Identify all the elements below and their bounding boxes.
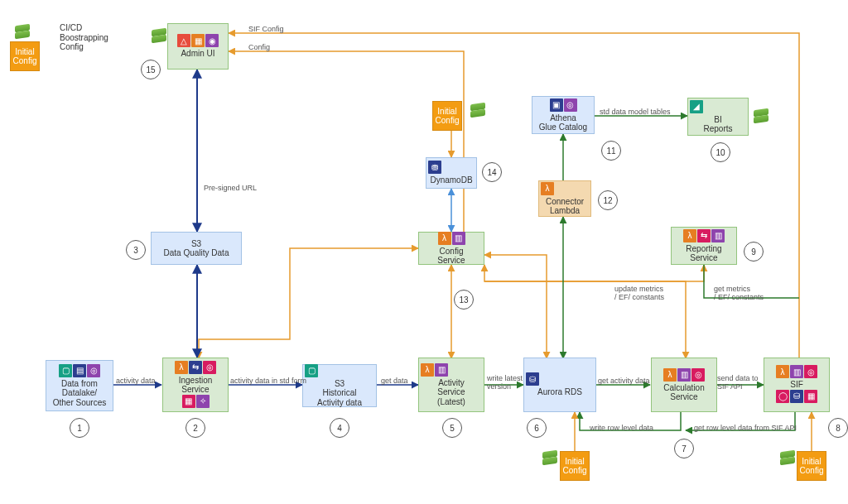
node-s3-data-quality: S3 Data Quality Data xyxy=(151,232,242,265)
bucket-icon: ▢ xyxy=(305,364,318,377)
node-initial-config-top-left: Initial Config xyxy=(10,41,40,71)
node-calculation-service: λ ▥ ◎ Calculation Service xyxy=(651,358,717,412)
node-number-15: 15 xyxy=(141,60,161,79)
chart-icon: ◢ xyxy=(690,100,703,113)
node-number-10: 10 xyxy=(711,142,730,162)
lambda-icon: λ xyxy=(663,368,677,382)
lambda-icon: λ xyxy=(421,363,434,377)
aws-stack-icon xyxy=(152,29,166,44)
node-label: Initial Config xyxy=(436,107,460,126)
edge-label: activity data in std form xyxy=(230,377,306,385)
node-label: Data from Datalake/ Other Sources xyxy=(53,379,106,408)
node-admin-ui: △ ▦ ◉ Admin UI xyxy=(167,23,229,70)
edge-label: SIF Config xyxy=(248,25,284,33)
node-s3-historical: ▢ S3 Historical Activity data xyxy=(302,364,377,407)
edge-label: write row level data xyxy=(590,424,653,432)
node-number-14: 14 xyxy=(482,162,502,182)
edge-label: write latest version xyxy=(487,374,523,391)
grid-icon: ▦ xyxy=(182,395,195,408)
node-number-12: 12 xyxy=(598,190,618,210)
spark-icon: ✧ xyxy=(196,395,210,408)
node-label: Config Service xyxy=(437,247,465,266)
edge-label: get metrics / EF/ constants xyxy=(714,285,764,301)
layers-icon: ▦ xyxy=(191,34,205,47)
node-initial-config-6: Initial Config xyxy=(560,451,590,481)
node-number-9: 9 xyxy=(744,242,764,262)
node-activity-service: λ ▥ Activity Service (Latest) xyxy=(418,358,484,412)
node-label: Aurora RDS xyxy=(537,387,582,397)
node-config-service: λ ▥ Config Service xyxy=(418,232,484,265)
icon-row: λ ⇆ ▥ xyxy=(683,229,725,242)
icon-row: ▢ ▤ ◎ xyxy=(59,364,100,377)
col-icon: ▥ xyxy=(711,229,725,242)
edge-label: std data model tables xyxy=(600,108,671,116)
node-data-sources: ▢ ▤ ◎ Data from Datalake/ Other Sources xyxy=(46,360,113,411)
icon-row: ⛁ xyxy=(526,372,539,386)
icon-row: λ ⇆ ◎ xyxy=(175,361,216,374)
node-aurora-rds: ⛁ Aurora RDS xyxy=(523,358,596,412)
icon-row: λ ▥ xyxy=(421,363,448,377)
search-icon: ◎ xyxy=(87,364,100,377)
edge-label: activity data xyxy=(116,377,156,385)
grid-icon: ▦ xyxy=(804,390,817,403)
node-label: Calculation Service xyxy=(663,383,704,402)
edge-label: get data xyxy=(381,377,408,385)
node-number-2: 2 xyxy=(186,418,205,438)
col-icon: ▥ xyxy=(435,363,448,377)
lambda-icon: λ xyxy=(438,232,451,245)
node-bi-reports: ◢ BI Reports xyxy=(687,98,749,136)
edge-label: get activity data xyxy=(598,377,650,385)
col-icon: ▥ xyxy=(790,365,803,378)
lambda-icon: λ xyxy=(175,361,188,374)
node-number-8: 8 xyxy=(828,418,848,438)
node-label: SIF xyxy=(790,380,803,390)
node-number-13: 13 xyxy=(454,290,474,310)
cicd-label: CI/CD Boostrapping Config xyxy=(60,23,108,52)
aws-stack-icon xyxy=(542,451,557,466)
node-label: Reporting Service xyxy=(686,244,721,263)
edge-label: Config xyxy=(248,43,270,51)
db-icon: ▤ xyxy=(73,364,86,377)
target-icon: ◎ xyxy=(804,365,817,378)
node-label: S3 Data Quality Data xyxy=(164,239,229,258)
icon-row: ⛃ xyxy=(428,161,441,174)
flow-icon: ⇆ xyxy=(697,229,711,242)
node-label: DynamoDB xyxy=(430,175,472,185)
icon-row: ▣ ◎ xyxy=(550,98,577,112)
aws-stack-icon xyxy=(780,451,795,466)
node-number-7: 7 xyxy=(674,439,694,458)
ring-icon: ◯ xyxy=(776,390,789,403)
node-number-1: 1 xyxy=(70,418,89,438)
node-label: BI Reports xyxy=(703,115,732,134)
node-sif: λ ▥ ◎ SIF ◯ ⛁ ▦ xyxy=(764,358,830,412)
target-icon: ◎ xyxy=(691,368,705,382)
node-number-6: 6 xyxy=(527,418,547,438)
col-icon: ▥ xyxy=(452,232,465,245)
node-dynamodb: ⛃ DynamoDB xyxy=(426,157,477,189)
lambda-icon: λ xyxy=(776,365,789,378)
edge-label: send data to SIF API xyxy=(717,374,759,391)
icon-row: ◢ xyxy=(690,100,703,113)
database-icon: ⛁ xyxy=(526,372,539,386)
node-label: Initial Config xyxy=(12,47,37,66)
node-label: Athena Glue Catalog xyxy=(539,113,587,132)
warning-icon: △ xyxy=(177,34,190,47)
lambda-icon: λ xyxy=(541,182,554,195)
search-icon: ◎ xyxy=(564,98,577,112)
node-number-4: 4 xyxy=(330,418,349,438)
node-number-5: 5 xyxy=(442,418,462,438)
node-label: Activity Service (Latest) xyxy=(437,378,465,407)
icon-row: λ ▥ ◎ xyxy=(663,368,705,382)
icon-row: λ ▥ xyxy=(438,232,465,245)
node-initial-config-14: Initial Config xyxy=(432,101,462,131)
flow-icon: ⇆ xyxy=(189,361,202,374)
db-icon: ⛁ xyxy=(790,390,803,403)
edge-label: Pre-signed URL xyxy=(204,184,257,192)
node-label: Admin UI xyxy=(181,49,214,59)
col-icon: ▥ xyxy=(677,368,691,382)
node-connector-lambda: λ Connector Lambda xyxy=(538,180,591,217)
aws-stack-icon xyxy=(15,25,30,40)
node-athena-glue: ▣ ◎ Athena Glue Catalog xyxy=(532,96,595,134)
icon-row: λ xyxy=(541,182,554,195)
bucket-icon: ▢ xyxy=(59,364,72,377)
